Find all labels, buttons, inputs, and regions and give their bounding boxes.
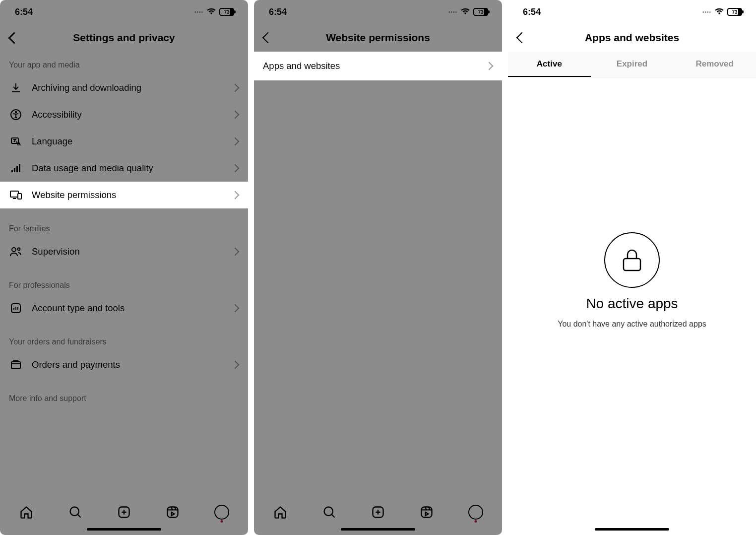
people-icon [9,246,23,258]
nav-create[interactable] [114,502,134,522]
row-accessibility[interactable]: Accessibility [0,101,248,128]
status-bar: 6:54 •••• 73 [508,0,756,24]
row-apps-and-websites[interactable]: Apps and websites [254,52,502,80]
page-header: Website permissions [254,24,502,52]
nav-home[interactable] [270,502,290,522]
tab-active[interactable]: Active [508,52,591,77]
status-bar: 6:54 •••• 73 [0,0,248,24]
row-label: Supervision [32,246,223,257]
svg-point-9 [12,248,16,252]
avatar-icon [214,505,229,520]
svg-rect-3 [11,170,13,172]
nav-profile[interactable] [466,502,486,522]
row-label: Language [32,136,223,147]
home-indicator[interactable] [254,528,502,535]
home-indicator[interactable] [0,528,248,535]
page-title: Apps and websites [508,32,756,44]
chevron-right-icon [485,62,494,70]
section-orders-fundraisers: Your orders and fundraisers [0,329,248,351]
row-label: Account type and tools [32,303,223,314]
status-time: 6:54 [15,7,33,17]
row-label: Archiving and downloading [32,82,223,93]
chevron-right-icon [231,248,240,256]
status-bar: 6:54 •••• 73 [254,0,502,24]
svg-rect-15 [168,507,178,518]
empty-title: No active apps [586,296,678,312]
chevron-right-icon [231,304,240,313]
download-icon [9,82,23,94]
row-label: Accessibility [32,109,223,120]
nav-create[interactable] [368,502,388,522]
chevron-right-icon [231,191,240,200]
devices-icon [9,189,23,201]
chevron-right-icon [231,361,240,369]
tab-expired[interactable]: Expired [591,52,674,77]
chart-icon [9,302,23,314]
chevron-right-icon [231,137,240,146]
nav-reels[interactable] [163,502,183,522]
cellular-dots-icon: •••• [702,9,711,15]
nav-home[interactable] [16,502,36,522]
back-button[interactable] [2,26,26,50]
page-title: Website permissions [254,32,502,44]
battery-icon: 73 [473,8,488,16]
svg-rect-12 [11,362,20,369]
panel-settings-privacy: 6:54 •••• 73 Settings and privacy Your a… [0,0,248,535]
svg-rect-19 [624,259,640,270]
svg-point-10 [18,248,20,251]
empty-state: No active apps You don't have any active… [508,77,756,528]
row-archiving-downloading[interactable]: Archiving and downloading [0,74,248,101]
svg-point-16 [324,507,333,516]
accessibility-icon [9,109,23,121]
status-time: 6:54 [269,7,287,17]
wifi-icon [460,7,470,17]
back-button[interactable] [510,26,534,50]
row-label: Apps and websites [263,61,477,71]
svg-rect-8 [18,194,21,199]
panel-website-permissions: 6:54 •••• 73 Website permissions Apps an… [254,0,502,535]
row-data-usage[interactable]: Data usage and media quality [0,155,248,182]
empty-subtitle: You don't have any active authorized app… [558,320,706,329]
back-button[interactable] [256,26,280,50]
nav-profile[interactable] [212,502,232,522]
home-indicator[interactable] [508,528,756,535]
row-orders-payments[interactable]: Orders and payments [0,351,248,378]
row-label: Data usage and media quality [32,163,223,174]
tab-removed[interactable]: Removed [673,52,756,77]
svg-rect-7 [10,191,18,197]
section-for-professionals: For professionals [0,272,248,295]
chevron-right-icon [231,111,240,119]
chevron-right-icon [231,164,240,173]
chevron-right-icon [231,84,240,92]
panel-apps-and-websites: 6:54 •••• 73 Apps and websites Active Ex… [508,0,756,535]
section-your-app-media: Your app and media [0,52,248,74]
svg-point-13 [70,507,79,516]
page-header: Apps and websites [508,24,756,52]
row-language[interactable]: Language [0,128,248,155]
tabs: Active Expired Removed [508,52,756,77]
page-header: Settings and privacy [0,24,248,52]
nav-reels[interactable] [417,502,437,522]
page-title: Settings and privacy [0,32,248,44]
cellular-dots-icon: •••• [448,9,457,15]
row-website-permissions[interactable]: Website permissions [0,182,248,208]
bottom-nav [0,496,248,528]
cellular-bars-icon [9,162,23,174]
svg-point-1 [15,112,17,113]
language-icon [9,135,23,147]
row-account-type-tools[interactable]: Account type and tools [0,295,248,322]
bottom-nav [254,496,502,528]
svg-rect-6 [19,164,20,172]
status-time: 6:54 [523,7,541,17]
nav-search[interactable] [319,502,339,522]
lock-icon [604,232,660,288]
row-label: Website permissions [32,190,223,201]
svg-rect-5 [16,166,18,172]
row-supervision[interactable]: Supervision [0,238,248,265]
wifi-icon [714,7,724,17]
svg-rect-18 [422,507,432,518]
section-more-info-support: More info and support [0,385,248,408]
nav-search[interactable] [65,502,85,522]
avatar-icon [468,505,483,520]
battery-icon: 73 [219,8,234,16]
